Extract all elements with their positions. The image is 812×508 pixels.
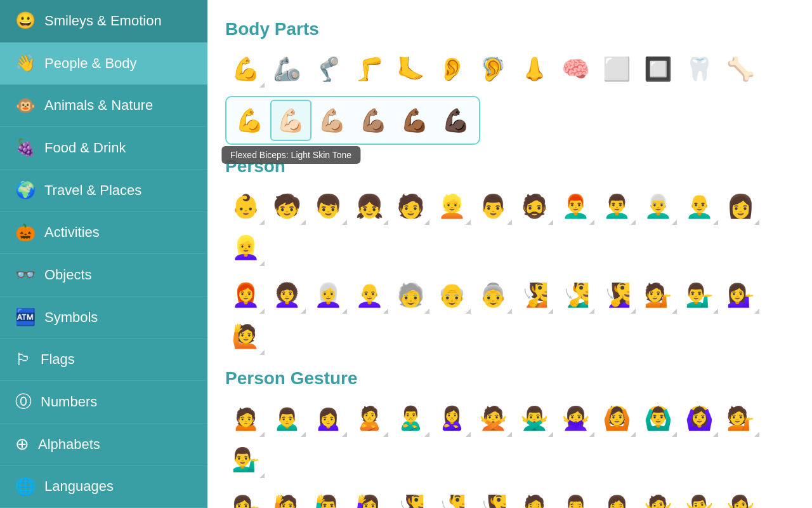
body-parts-row: 💪🦾🦿🦵🦶👂🦻👃🧠⬜🔲🦷🦴 (225, 48, 794, 90)
emoji-cell[interactable]: 🦷 (679, 48, 720, 90)
smileys-icon: 😀 (15, 11, 36, 30)
emoji-cell[interactable]: 👶 (225, 185, 266, 227)
emoji-cell[interactable]: 👧 (349, 185, 390, 227)
sidebar: 😀Smileys & Emotion👋People & Body🐵Animals… (0, 0, 207, 508)
emoji-cell[interactable]: 👩 (720, 185, 761, 227)
emoji-cell[interactable]: 🙅‍♀️ (555, 398, 596, 439)
emoji-cell[interactable]: 👨‍🦳 (638, 185, 679, 227)
sidebar-label-food: Food & Drink (44, 140, 126, 156)
emoji-cell[interactable]: 💁 (720, 398, 761, 439)
emoji-cell[interactable]: 🙍 (225, 398, 266, 439)
emoji-cell[interactable]: 🙎‍♀️ (431, 398, 473, 439)
emoji-cell[interactable]: 🧓 (390, 274, 431, 316)
animals-icon: 🐵 (15, 96, 36, 116)
sidebar-item-flags[interactable]: 🏳Flags (0, 338, 207, 381)
sidebar-item-smileys[interactable]: 😀Smileys & Emotion (0, 0, 207, 43)
emoji-cell[interactable]: 🔲 (638, 48, 679, 90)
emoji-cell[interactable]: 🙍‍♂️ (266, 398, 308, 439)
emoji-cell[interactable]: 🦻 (473, 48, 514, 90)
emoji-cell[interactable]: 💁‍♂️ (225, 439, 266, 480)
sidebar-item-people[interactable]: 👋People & Body (0, 43, 207, 85)
emoji-cell[interactable]: 👩‍🦳 (308, 274, 349, 316)
emoji-cell[interactable]: 🧏 (390, 486, 431, 508)
emoji-cell[interactable]: 🧏‍♂️ (555, 274, 596, 316)
emoji-cell[interactable]: 🙆‍♀️ (679, 398, 720, 439)
emoji-cell[interactable]: 🧠 (555, 48, 596, 90)
emoji-cell[interactable]: 💁‍♂️ (679, 274, 720, 316)
skin-tone-variant-3[interactable]: 💪🏽 (353, 100, 394, 141)
emoji-cell[interactable]: 💪 (225, 48, 266, 90)
emoji-cell[interactable]: 🧏‍♂️ (431, 486, 473, 508)
emoji-cell[interactable]: 🧏‍♀️ (473, 486, 514, 508)
emoji-cell[interactable]: 🤷‍♀️ (720, 486, 761, 508)
sidebar-item-numbers[interactable]: ⓪Numbers (0, 381, 207, 424)
sidebar-item-objects[interactable]: 👓Objects (0, 254, 207, 297)
emoji-cell[interactable]: 🤦 (514, 486, 555, 508)
emoji-cell[interactable]: 🤦‍♀️ (596, 486, 638, 508)
emoji-cell[interactable]: 🤷‍♂️ (679, 486, 720, 508)
emoji-cell[interactable]: 👵 (473, 274, 514, 316)
emoji-cell[interactable]: 👩‍🦲 (349, 274, 390, 316)
sidebar-item-languages[interactable]: 🌐Languages (0, 465, 207, 508)
emoji-cell[interactable]: 🤦‍♂️ (555, 486, 596, 508)
emoji-cell[interactable]: 🙋‍♀️ (349, 486, 390, 508)
people-icon: 👋 (15, 53, 36, 73)
emoji-cell[interactable]: 🙆 (596, 398, 638, 439)
emoji-cell[interactable]: 👃 (514, 48, 555, 90)
skin-tone-variant-2[interactable]: 💪🏼 (311, 100, 353, 141)
emoji-cell[interactable]: 💁‍♀️ (720, 274, 761, 316)
emoji-cell[interactable]: 👨 (473, 185, 514, 227)
sidebar-label-languages: Languages (44, 478, 114, 495)
emoji-cell[interactable]: 👴 (431, 274, 473, 316)
skin-tone-variant-0[interactable]: 💪 (229, 100, 270, 141)
emoji-cell[interactable]: ⬜ (596, 48, 638, 90)
emoji-cell[interactable]: 👦 (308, 185, 349, 227)
skin-tone-variant-4[interactable]: 💪🏾 (394, 100, 435, 141)
sidebar-item-food[interactable]: 🍇Food & Drink (0, 127, 207, 170)
emoji-cell[interactable]: 💁 (638, 274, 679, 316)
emoji-cell[interactable]: 🙎 (349, 398, 390, 439)
emoji-cell[interactable]: 💁‍♀️ (225, 486, 266, 508)
emoji-cell[interactable]: 🙋 (266, 486, 308, 508)
sidebar-item-alphabets[interactable]: ⊕Alphabets (0, 424, 207, 466)
emoji-cell[interactable]: 🦵 (349, 48, 390, 90)
skin-tone-variant-1[interactable]: 💪🏻Flexed Biceps: Light Skin Tone (270, 100, 311, 141)
emoji-cell[interactable]: 👨‍🦲 (679, 185, 720, 227)
sidebar-label-numbers: Numbers (41, 394, 97, 410)
emoji-cell[interactable]: 🙅 (473, 398, 514, 439)
emoji-cell[interactable]: 🦴 (720, 48, 761, 90)
sidebar-item-activities[interactable]: 🎃Activities (0, 211, 207, 254)
emoji-cell[interactable]: 🦾 (266, 48, 308, 90)
sidebar-label-travel: Travel & Places (44, 182, 141, 199)
emoji-cell[interactable]: 🧒 (266, 185, 308, 227)
sidebar-label-objects: Objects (44, 267, 92, 283)
sidebar-item-travel[interactable]: 🌍Travel & Places (0, 170, 207, 212)
emoji-cell[interactable]: 🧔 (514, 185, 555, 227)
emoji-cell[interactable]: 👂 (431, 48, 473, 90)
emoji-cell[interactable]: 🙅‍♂️ (514, 398, 555, 439)
emoji-cell[interactable]: 🙎‍♂️ (390, 398, 431, 439)
section-person: Person 👶🧒👦👧🧑👱👨🧔👨‍🦰👨‍🦱👨‍🦳👨‍🦲👩👱‍♀️ 👩‍🦰👩‍🦱👩… (225, 156, 794, 357)
emoji-cell[interactable]: 👩‍🦱 (266, 274, 308, 316)
emoji-cell[interactable]: 👱 (431, 185, 473, 227)
sidebar-item-symbols[interactable]: 🏧Symbols (0, 297, 207, 339)
emoji-cell[interactable]: 👱‍♀️ (225, 227, 266, 268)
emoji-cell[interactable]: 🙍‍♀️ (308, 398, 349, 439)
sidebar-label-flags: Flags (41, 351, 75, 368)
emoji-cell[interactable]: 🤷 (638, 486, 679, 508)
emoji-cell[interactable]: 🙆‍♂️ (638, 398, 679, 439)
emoji-cell[interactable]: 👨‍🦱 (596, 185, 638, 227)
emoji-cell[interactable]: 🙋‍♂️ (308, 486, 349, 508)
emoji-cell[interactable]: 🦶 (390, 48, 431, 90)
emoji-cell[interactable]: 🦿 (308, 48, 349, 90)
skin-tone-variant-5[interactable]: 💪🏿 (435, 100, 476, 141)
emoji-cell[interactable]: 🧏 (514, 274, 555, 316)
symbols-icon: 🏧 (15, 307, 36, 327)
emoji-cell[interactable]: 🧑 (390, 185, 431, 227)
emoji-cell[interactable]: 👩‍🦰 (225, 274, 266, 316)
emoji-cell[interactable]: 🙋 (225, 316, 266, 357)
sidebar-item-animals[interactable]: 🐵Animals & Nature (0, 84, 207, 127)
emoji-cell[interactable]: 👨‍🦰 (555, 185, 596, 227)
emoji-cell[interactable]: 🧏‍♀️ (596, 274, 638, 316)
alphabets-icon: ⊕ (15, 434, 29, 454)
